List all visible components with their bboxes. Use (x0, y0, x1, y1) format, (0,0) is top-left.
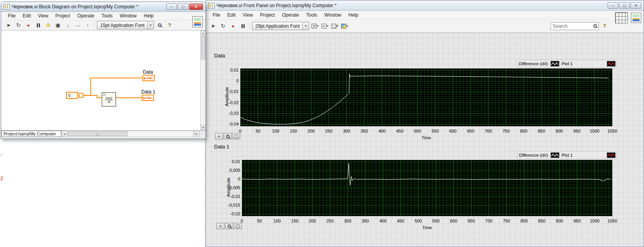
step-out-button[interactable]: ↑ (84, 21, 92, 29)
indicator-label-data1[interactable]: Data 1 (141, 89, 155, 95)
pause-button[interactable] (239, 22, 247, 30)
project-tab[interactable]: Project.lvproj/My Computer (1, 131, 61, 137)
legend-plot-sample[interactable] (607, 61, 616, 66)
menu-tools[interactable]: Tools (98, 13, 116, 19)
search-box[interactable] (551, 22, 599, 30)
graph-zoom-button[interactable] (225, 223, 233, 229)
font-selector[interactable]: 29pt Application Font ▾ (252, 22, 309, 30)
x-tick-label: 700 (480, 129, 497, 133)
plot-area[interactable] (240, 68, 612, 126)
data-indicator-terminal[interactable]: ▶ DBL (142, 75, 155, 81)
search-button[interactable] (156, 21, 164, 29)
lightbulb-icon (46, 23, 50, 27)
connector-pane-icon[interactable] (615, 12, 628, 23)
x-tick-label: 900 (551, 129, 568, 133)
derivative-symbol: ∫ ∂ (102, 93, 116, 96)
scroll-right-button[interactable]: ► (194, 131, 199, 137)
menu-tools[interactable]: Tools (303, 12, 321, 18)
chart-title: Data 1 (214, 144, 229, 150)
menu-edit[interactable]: Edit (224, 12, 239, 18)
derivative-denominator: dt (108, 100, 110, 104)
horizontal-scroll-thumb[interactable]: ||| (68, 131, 127, 136)
menu-view[interactable]: View (239, 12, 256, 18)
run-button[interactable]: ➤ (209, 22, 217, 30)
menu-operate[interactable]: Operate (74, 13, 98, 19)
indicator-label-data[interactable]: Data (143, 69, 153, 75)
toolbar: ➤ ↻ ● 29pt Application Font ▾ ▾ ▾ ▾ ▾ ? (206, 19, 644, 33)
minimize-button[interactable]: ─ (608, 2, 618, 9)
derivative-node[interactable]: ∫ ∂ dx(t) dt (102, 92, 116, 106)
close-button[interactable]: ✕ (631, 2, 641, 9)
menu-edit[interactable]: Edit (19, 13, 34, 19)
retain-wire-values-button[interactable]: ▣ (54, 21, 62, 29)
block-diagram-titlebar[interactable]: Черновик.vi Block Diagram on Project.lvp… (1, 2, 205, 12)
reorder-objects-button[interactable]: ▾ (340, 22, 349, 30)
menu-file[interactable]: File (4, 13, 19, 19)
menu-help[interactable]: Help (345, 12, 362, 18)
help-button[interactable]: ? (600, 22, 609, 30)
help-button[interactable]: ? (165, 21, 174, 29)
vertical-scroll-thumb[interactable] (201, 36, 205, 59)
vi-icon-large[interactable] (631, 13, 641, 23)
maximize-button[interactable]: ▢ (619, 2, 630, 9)
data1-indicator-terminal[interactable]: ▶ DBL (142, 95, 154, 101)
zoom-icon (228, 224, 231, 228)
scroll-left-button[interactable]: ◄ (61, 131, 67, 137)
minimize-button[interactable]: ─ (166, 4, 177, 10)
x-tick-label: 1050 (604, 129, 621, 133)
resize-objects-button[interactable]: ▾ (331, 22, 339, 30)
scroll-up-button[interactable]: ▲ (201, 30, 205, 36)
step-over-button[interactable]: → (74, 21, 82, 29)
vi-icon-large[interactable] (192, 16, 203, 27)
menu-window[interactable]: Window (321, 12, 345, 18)
graph-pan-button[interactable] (232, 133, 240, 139)
step-into-button[interactable]: ↓ (64, 21, 72, 29)
font-selector[interactable]: 15pt Application Font ▾ (97, 21, 154, 29)
menu-project[interactable]: Project (256, 12, 278, 18)
legend-plot-sample[interactable] (551, 152, 559, 158)
menu-project[interactable]: Project (52, 13, 74, 19)
graph-pan-button[interactable] (234, 223, 242, 229)
x-tick-label: 650 (462, 129, 479, 133)
block-diagram-area[interactable]: 0 ∫ ∂ dx(t) dt Data ▶ DBL Data 1 ▶ DBL (1, 30, 200, 130)
run-continuous-button[interactable]: ↻ (14, 21, 23, 29)
step-into-icon: ↓ (66, 22, 69, 28)
run-button[interactable]: ➤ (4, 21, 13, 29)
x-tick-label: 1000 (586, 129, 603, 133)
graph-cursor-button[interactable]: + (215, 133, 223, 139)
x-tick-label: 950 (568, 218, 586, 223)
legend-plot-sample[interactable] (551, 61, 559, 66)
scroll-down-button[interactable]: ▼ (201, 125, 205, 130)
plot-legend[interactable]: Difference (dX) Plot 1 (517, 151, 617, 159)
x-tick-label: 800 (515, 129, 532, 133)
horizontal-scrollbar[interactable]: ||| (67, 131, 194, 137)
x-tick-label: 400 (373, 129, 391, 133)
search-input[interactable] (553, 23, 592, 29)
abort-button[interactable]: ● (229, 22, 237, 30)
graph-zoom-button[interactable] (224, 133, 232, 139)
plot-legend[interactable]: Difference (dX) Plot 1 (517, 60, 617, 68)
vertical-scrollbar[interactable]: ▲ ▼ (200, 30, 205, 130)
y-tick-label: 0,01 (217, 159, 240, 164)
abort-icon: ● (232, 23, 234, 29)
numeric-constant[interactable]: 0 (66, 92, 78, 99)
constant-increment-box[interactable] (79, 93, 84, 98)
plot-area[interactable] (242, 160, 612, 216)
highlight-execution-button[interactable] (44, 21, 52, 29)
pause-button[interactable] (34, 21, 42, 29)
x-tick-label: 250 (320, 129, 338, 133)
menu-window[interactable]: Window (116, 13, 141, 19)
align-objects-button[interactable]: ▾ (311, 22, 319, 30)
close-button[interactable]: ✕ (189, 4, 203, 10)
run-continuous-button[interactable]: ↻ (219, 22, 227, 30)
front-panel-titlebar[interactable]: Черновик.vi Front Panel on Project.lvpro… (206, 0, 644, 11)
maximize-button[interactable]: ▢ (178, 4, 188, 10)
distribute-objects-button[interactable]: ▾ (321, 22, 329, 30)
menu-help[interactable]: Help (140, 13, 157, 19)
legend-plot-sample[interactable] (607, 152, 616, 158)
abort-button[interactable]: ● (24, 21, 32, 29)
menu-operate[interactable]: Operate (278, 12, 302, 18)
menu-file[interactable]: File (209, 12, 224, 18)
menu-view[interactable]: View (34, 13, 52, 19)
graph-cursor-button[interactable]: + (217, 223, 224, 229)
